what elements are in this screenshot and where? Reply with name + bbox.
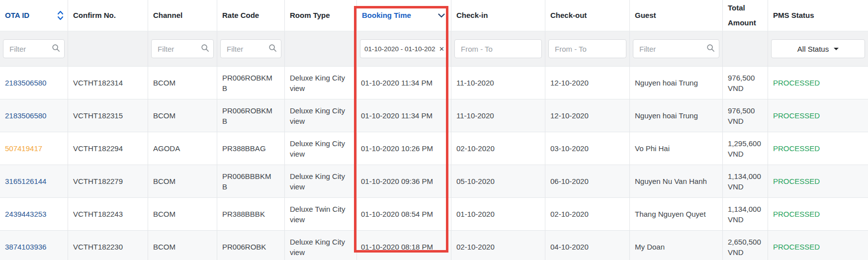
check-in-value: 02-10-2020	[456, 143, 495, 154]
column-header-label: Booking Time	[362, 8, 411, 23]
check-in-cell: 11-10-2020	[451, 99, 545, 132]
room-type-filter-cell	[285, 31, 357, 66]
channel-cell: AGODA	[148, 132, 217, 165]
table-body: 2183506580 VCTHT182314 BCOM PR006ROBKMB …	[0, 66, 868, 260]
ota-id-filter-field[interactable]	[9, 45, 51, 53]
column-header-total-amount: Total Amount	[723, 0, 768, 31]
rate-code-filter-input[interactable]	[220, 39, 281, 58]
column-header-check-out: Check-out	[545, 0, 630, 31]
check-out-filter-input[interactable]	[548, 39, 626, 58]
check-out-value: 12-10-2020	[550, 78, 589, 88]
booking-time-cell: 01-10-2020 09:36 PM	[357, 165, 451, 197]
ota-id-link[interactable]: 2183506580	[5, 78, 46, 88]
check-out-value: 12-10-2020	[550, 110, 589, 121]
room-type-value: Deluxe King City view	[290, 105, 352, 126]
rate-code-filter-field[interactable]	[227, 45, 268, 53]
channel-cell: BCOM	[148, 99, 217, 132]
confirm-no-cell: VCTHT182279	[68, 165, 148, 197]
check-in-cell: 01-10-2020	[451, 198, 545, 230]
search-icon	[200, 43, 209, 54]
guest-value: Nguyen hoai Trung	[635, 110, 698, 121]
pms-status-badge: PROCESSED	[773, 242, 820, 252]
ota-id-cell: 2183506580	[0, 67, 68, 99]
ota-id-cell: 3874103936	[0, 231, 68, 260]
clear-filter-icon[interactable]: ✕	[438, 46, 444, 52]
rate-code-value: PR006BBBKMB	[222, 171, 274, 192]
booking-time-filter-input[interactable]: ✕	[360, 39, 448, 58]
check-out-filter-field[interactable]	[555, 45, 622, 53]
column-header-label: PMS Status	[773, 8, 814, 23]
channel-value: AGODA	[153, 143, 180, 154]
pms-status-cell: PROCESSED	[768, 67, 868, 99]
booking-time-cell: 01-10-2020 11:34 PM	[357, 99, 451, 132]
rate-code-cell: PR388BBAG	[217, 132, 285, 165]
ota-id-link[interactable]: 3874103936	[5, 242, 46, 252]
guest-value: Nguyen Nu Van Hanh	[635, 176, 707, 186]
column-header-label: Confirm No.	[73, 8, 116, 23]
guest-cell: Nguyen Nu Van Hanh	[630, 165, 723, 197]
channel-value: BCOM	[153, 209, 175, 219]
total-amount-filter-cell	[723, 31, 768, 66]
check-out-cell: 12-10-2020	[545, 67, 630, 99]
guest-filter-field[interactable]	[639, 45, 706, 53]
column-header-ota-id[interactable]: OTA ID	[0, 0, 68, 31]
check-in-cell: 05-10-2020	[451, 165, 545, 197]
column-header-label: Check-in	[456, 8, 488, 23]
rate-code-value: PR006ROBK	[222, 242, 266, 252]
channel-filter-field[interactable]	[158, 45, 200, 53]
channel-filter-input[interactable]	[151, 39, 214, 58]
ota-id-cell: 3165126144	[0, 165, 68, 197]
rate-code-cell: PR006ROBK	[217, 231, 285, 260]
guest-value: Vo Phi Hai	[635, 143, 670, 154]
booking-time-filter-field[interactable]	[364, 45, 438, 53]
pms-status-select[interactable]: All Status	[771, 39, 865, 58]
search-icon	[706, 43, 715, 54]
ota-id-cell: 2183506580	[0, 99, 68, 132]
ota-id-link[interactable]: 2183506580	[5, 110, 46, 121]
channel-cell: BCOM	[148, 231, 217, 260]
table-row: 2183506580 VCTHT182315 BCOM PR006ROBKMB …	[0, 99, 868, 132]
booking-time-cell: 01-10-2020 08:54 PM	[357, 198, 451, 230]
caret-down-icon	[834, 48, 839, 50]
check-in-value: 01-10-2020	[456, 209, 495, 219]
total-amount-value: 1,134,000 VND	[728, 204, 764, 225]
room-type-value: Deluxe King City view	[290, 237, 352, 258]
table-row: 2439443253 VCTHT182243 BCOM PR388BBBK De…	[0, 197, 868, 230]
rate-code-value: PR006ROBKMB	[222, 105, 274, 126]
pms-status-cell: PROCESSED	[768, 231, 868, 260]
confirm-no-value: VCTHT182279	[73, 176, 123, 186]
guest-value: Nguyen hoai Trung	[635, 78, 698, 88]
column-header-label: Total Amount	[728, 0, 764, 30]
guest-value: My Doan	[635, 242, 665, 252]
room-type-cell: Deluxe King City view	[285, 132, 357, 165]
booking-time-value: 01-10-2020 09:36 PM	[361, 176, 433, 186]
confirm-no-value: VCTHT182315	[73, 110, 123, 121]
column-header-label: Channel	[153, 8, 182, 23]
check-in-filter-input[interactable]	[454, 39, 542, 58]
ota-id-filter-cell	[0, 31, 68, 66]
filter-row: ✕	[0, 31, 868, 66]
sort-icon[interactable]	[57, 10, 64, 21]
check-out-value: 03-10-2020	[550, 143, 589, 154]
room-type-cell: Deluxe King City view	[285, 99, 357, 132]
guest-filter-input[interactable]	[633, 39, 719, 58]
confirm-no-cell: VCTHT182314	[68, 67, 148, 99]
column-header-room-type: Room Type	[285, 0, 357, 31]
check-out-cell: 04-10-2020	[545, 231, 630, 260]
ota-id-filter-input[interactable]	[3, 39, 65, 58]
channel-value: BCOM	[153, 242, 175, 252]
check-in-filter-cell	[451, 31, 545, 66]
ota-id-link[interactable]: 3165126144	[5, 176, 46, 186]
ota-id-link[interactable]: 507419417	[5, 143, 42, 154]
check-in-filter-field[interactable]	[461, 45, 537, 53]
check-in-value: 05-10-2020	[456, 176, 495, 186]
ota-id-link[interactable]: 2439443253	[5, 209, 46, 219]
check-out-cell: 12-10-2020	[545, 99, 630, 132]
column-header-booking-time[interactable]: Booking Time	[357, 0, 451, 31]
rate-code-value: PR388BBBK	[222, 209, 265, 219]
booking-time-value: 01-10-2020 11:34 PM	[361, 110, 433, 121]
column-header-check-in: Check-in	[451, 0, 545, 31]
guest-cell: Nguyen hoai Trung	[630, 67, 723, 99]
guest-cell: Nguyen hoai Trung	[630, 99, 723, 132]
confirm-no-value: VCTHT182230	[73, 242, 123, 252]
